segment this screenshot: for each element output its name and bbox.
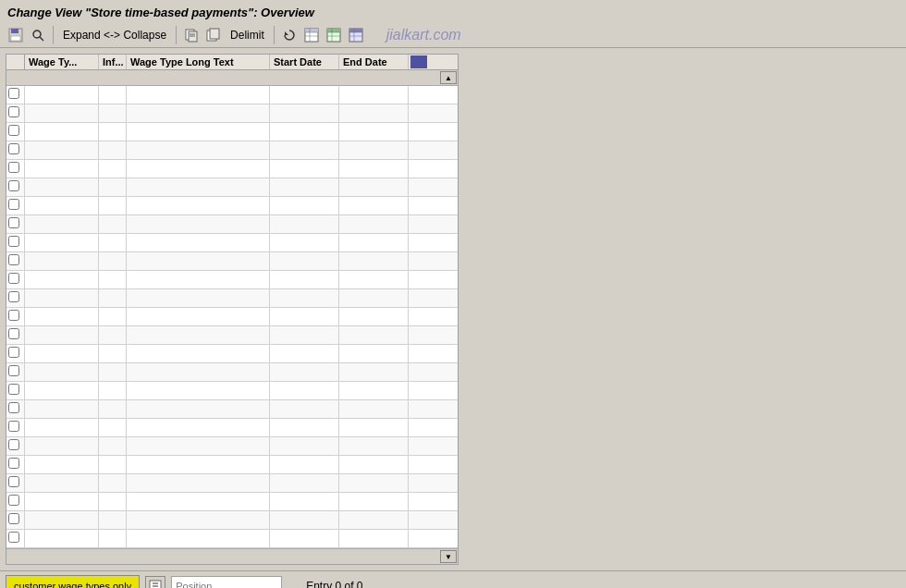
row-wage-type	[25, 252, 99, 270]
row-start-date	[270, 160, 339, 178]
row-wage-type	[25, 326, 99, 344]
table-row	[6, 160, 458, 178]
position-icon[interactable]	[145, 576, 165, 588]
row-inf	[99, 419, 127, 436]
row-inf	[99, 197, 127, 214]
row-long-text	[127, 382, 270, 399]
main-window: Change View "Store time-based payments":…	[0, 0, 906, 588]
table-row	[6, 234, 458, 252]
row-checkbox[interactable]	[8, 106, 19, 117]
row-inf	[99, 234, 127, 251]
row-checkbox[interactable]	[8, 310, 19, 321]
row-end-date	[339, 530, 409, 547]
row-checkbox[interactable]	[8, 458, 19, 469]
row-checkbox[interactable]	[8, 254, 19, 265]
row-wage-type	[25, 493, 99, 510]
row-checkbox[interactable]	[8, 532, 19, 543]
row-end-date	[339, 345, 409, 362]
row-checkbox[interactable]	[8, 476, 19, 487]
row-inf	[99, 437, 127, 455]
search-icon[interactable]	[28, 25, 48, 45]
row-checkbox[interactable]	[8, 365, 19, 376]
row-checkbox[interactable]	[8, 162, 19, 173]
row-long-text	[127, 474, 270, 492]
table-row	[6, 289, 458, 308]
scroll-down-button[interactable]: ▼	[440, 550, 457, 563]
row-start-date	[270, 197, 339, 214]
svg-rect-2	[11, 36, 20, 41]
row-long-text	[127, 234, 270, 251]
row-checkbox[interactable]	[8, 384, 19, 395]
row-checkbox[interactable]	[8, 347, 19, 358]
copy-icon[interactable]	[203, 25, 224, 45]
entry-count: Entry 0 of 0	[306, 580, 362, 588]
row-long-text	[127, 123, 270, 141]
save-icon[interactable]	[6, 25, 26, 45]
row-checkbox[interactable]	[8, 236, 19, 247]
title-bar: Change View "Store time-based payments":…	[0, 0, 906, 23]
row-long-text	[127, 345, 270, 362]
row-wage-type	[25, 123, 99, 141]
table-row	[6, 178, 458, 197]
customer-wage-types-label: customer wage types only	[14, 581, 131, 588]
row-checkbox[interactable]	[8, 180, 19, 191]
table-row	[6, 271, 458, 289]
table-row	[6, 326, 458, 345]
row-start-date	[270, 104, 339, 122]
row-long-text	[127, 419, 270, 436]
row-checkbox[interactable]	[8, 328, 19, 339]
export-word-icon[interactable]	[346, 25, 366, 45]
row-end-date	[339, 437, 409, 455]
row-checkbox[interactable]	[8, 513, 19, 524]
position-input[interactable]	[171, 576, 282, 588]
refresh-icon[interactable]	[279, 25, 300, 45]
row-long-text	[127, 271, 270, 288]
table-row	[6, 345, 458, 363]
row-end-date	[339, 197, 409, 214]
row-long-text	[127, 511, 270, 529]
row-checkbox[interactable]	[8, 199, 19, 210]
row-start-date	[270, 400, 339, 418]
row-checkbox[interactable]	[8, 217, 19, 228]
row-end-date	[339, 271, 409, 288]
table-row	[6, 437, 458, 456]
row-long-text	[127, 530, 270, 547]
row-wage-type	[25, 530, 99, 547]
delimit-button[interactable]: Delimit	[226, 25, 269, 45]
row-end-date	[339, 363, 409, 381]
row-checkbox[interactable]	[8, 439, 19, 450]
row-inf	[99, 252, 127, 270]
row-wage-type	[25, 271, 99, 288]
export-table-icon[interactable]	[301, 25, 322, 45]
table-row	[6, 363, 458, 382]
row-end-date	[339, 382, 409, 399]
row-end-date	[339, 141, 409, 159]
row-end-date	[339, 308, 409, 325]
row-checkbox[interactable]	[8, 143, 19, 154]
window-title: Change View "Store time-based payments":…	[7, 6, 314, 19]
row-wage-type	[25, 419, 99, 436]
header-long-text: Wage Type Long Text	[127, 55, 270, 69]
row-checkbox[interactable]	[8, 402, 19, 413]
copy-document-icon[interactable]	[181, 25, 202, 45]
row-inf	[99, 530, 127, 547]
header-col-settings[interactable]	[409, 55, 429, 69]
row-checkbox[interactable]	[8, 88, 19, 99]
row-checkbox[interactable]	[8, 495, 19, 506]
row-checkbox[interactable]	[8, 125, 19, 136]
row-checkbox[interactable]	[8, 421, 19, 432]
row-inf	[99, 382, 127, 399]
row-start-date	[270, 308, 339, 325]
row-start-date	[270, 86, 339, 104]
expand-collapse-button[interactable]: Expand <-> Collapse	[58, 25, 171, 45]
svg-rect-10	[210, 29, 219, 39]
customer-wage-types-button[interactable]: customer wage types only	[6, 575, 140, 588]
row-checkbox[interactable]	[8, 273, 19, 284]
row-checkbox[interactable]	[8, 291, 19, 302]
row-long-text	[127, 456, 270, 473]
scroll-up-button[interactable]: ▲	[440, 71, 457, 84]
row-end-date	[339, 326, 409, 344]
svg-rect-13	[305, 29, 318, 32]
row-long-text	[127, 215, 270, 233]
export-xls-icon[interactable]	[324, 25, 344, 45]
